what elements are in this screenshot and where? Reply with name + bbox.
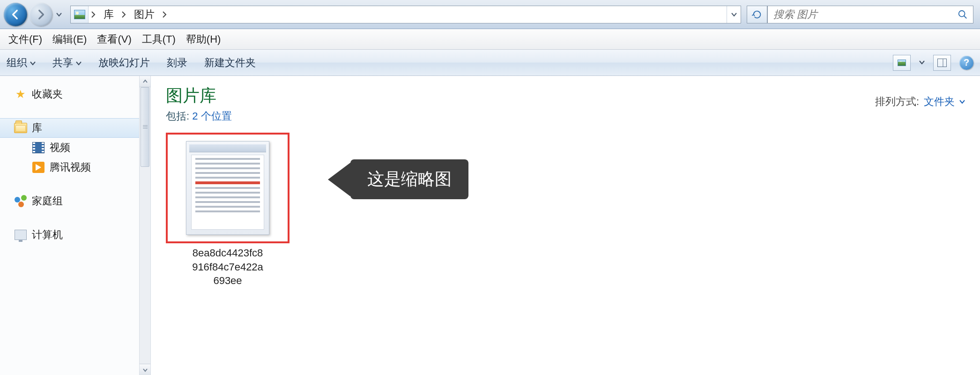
sidebar-libraries[interactable]: 库 — [0, 118, 150, 138]
breadcrumb-libraries[interactable]: 库 — [98, 6, 119, 23]
refresh-icon — [752, 9, 762, 20]
annotation-callout: 这是缩略图 — [328, 159, 468, 199]
share-button[interactable]: 共享 — [52, 56, 82, 70]
sidebar-videos[interactable]: 视频 — [0, 138, 150, 158]
file-name: 8ea8dc4423fc8 916f84c7e422a 693ee — [166, 246, 290, 288]
menu-help[interactable]: 帮助(H) — [186, 32, 221, 46]
scroll-down-button[interactable] — [140, 364, 150, 375]
tree-group-libraries: 库 视频 腾讯视频 — [0, 118, 150, 177]
chevron-down-icon — [76, 60, 82, 66]
preview-pane-button[interactable] — [933, 55, 951, 71]
arrow-left-icon — [9, 8, 22, 21]
library-includes: 包括: 2 个位置 — [166, 109, 232, 123]
nav-history-dropdown[interactable] — [54, 5, 64, 24]
scroll-thumb[interactable] — [141, 87, 149, 167]
tencent-video-label: 腾讯视频 — [50, 160, 91, 174]
sidebar: ★ 收藏夹 库 视频 腾讯视频 — [0, 76, 151, 375]
refresh-button[interactable] — [747, 6, 767, 23]
pane-icon — [937, 59, 947, 67]
menu-file[interactable]: 文件(F) — [8, 32, 42, 46]
includes-prefix: 包括: — [166, 110, 192, 122]
menu-view[interactable]: 查看(V) — [97, 32, 131, 46]
toolbar-right: ? — [893, 55, 973, 71]
sidebar-computer[interactable]: 计算机 — [0, 225, 150, 245]
share-label: 共享 — [52, 56, 73, 70]
breadcrumb-arrow-2[interactable] — [160, 6, 169, 23]
arrange-value[interactable]: 文件夹 — [924, 95, 955, 109]
main: ★ 收藏夹 库 视频 腾讯视频 — [0, 76, 980, 375]
svg-point-0 — [959, 10, 965, 16]
search-icon — [958, 9, 968, 20]
svg-rect-2 — [938, 59, 947, 67]
view-options-button[interactable] — [893, 55, 911, 71]
search-bar — [767, 6, 973, 23]
callout-arrow-icon — [328, 163, 350, 196]
breadcrumb-root-arrow[interactable] — [89, 6, 98, 23]
homegroup-label: 家庭组 — [32, 194, 63, 208]
burn-button[interactable]: 刻录 — [167, 56, 187, 70]
file-name-line2: 916f84c7e422a — [170, 260, 286, 274]
arrange-label: 排列方式: — [875, 95, 919, 109]
content-area: 图片库 包括: 2 个位置 排列方式: 文件夹 — [151, 76, 980, 375]
file-name-line1: 8ea8dc4423fc8 — [170, 246, 286, 260]
address-bar[interactable]: 库 图片 — [70, 6, 741, 23]
slideshow-button[interactable]: 放映幻灯片 — [98, 56, 150, 70]
sidebar-homegroup[interactable]: 家庭组 — [0, 191, 150, 211]
scroll-up-button[interactable] — [140, 76, 150, 87]
nav-buttons — [0, 3, 67, 26]
toolbar: 组织 共享 放映幻灯片 刻录 新建文件夹 ? — [0, 50, 980, 76]
sidebar-tencent-video[interactable]: 腾讯视频 — [0, 158, 150, 177]
libraries-icon — [14, 123, 27, 133]
back-button[interactable] — [4, 3, 27, 26]
file-item[interactable]: 8ea8dc4423fc8 916f84c7e422a 693ee — [166, 133, 290, 288]
address-right — [727, 6, 741, 23]
callout-text: 这是缩略图 — [350, 159, 468, 199]
menu-bar: 文件(F) 编辑(E) 查看(V) 工具(T) 帮助(H) — [0, 29, 980, 50]
arrow-right-icon — [35, 8, 47, 21]
videos-label: 视频 — [50, 141, 70, 155]
forward-button[interactable] — [29, 3, 52, 26]
items-grid: 8ea8dc4423fc8 916f84c7e422a 693ee — [166, 133, 965, 288]
chevron-down-icon — [919, 60, 925, 65]
thumbnails-icon — [898, 60, 906, 66]
libraries-label: 库 — [32, 121, 42, 135]
address-dropdown[interactable] — [727, 6, 741, 23]
breadcrumb-arrow-1[interactable] — [119, 6, 128, 23]
sidebar-favorites[interactable]: ★ 收藏夹 — [0, 84, 150, 104]
chevron-right-icon — [162, 11, 167, 18]
organize-button[interactable]: 组织 — [7, 56, 36, 70]
chevron-up-icon — [143, 79, 148, 84]
toolbar-left: 组织 共享 放映幻灯片 刻录 新建文件夹 — [7, 56, 256, 70]
pictures-icon — [74, 10, 85, 19]
nav-tree: ★ 收藏夹 库 视频 腾讯视频 — [0, 76, 150, 245]
videos-icon — [32, 142, 45, 153]
thumbnail-image — [186, 141, 269, 235]
sidebar-scrollbar[interactable] — [139, 76, 150, 375]
breadcrumb: 库 图片 — [89, 6, 169, 23]
tencent-video-icon — [32, 162, 45, 173]
new-folder-button[interactable]: 新建文件夹 — [204, 56, 256, 70]
star-icon: ★ — [14, 88, 27, 101]
tree-group-favorites: ★ 收藏夹 — [0, 84, 150, 104]
includes-link[interactable]: 2 个位置 — [192, 110, 231, 122]
tree-group-homegroup: 家庭组 — [0, 191, 150, 211]
file-name-line3: 693ee — [170, 274, 286, 288]
library-title: 图片库 — [166, 84, 232, 107]
tree-group-computer: 计算机 — [0, 225, 150, 245]
breadcrumb-pictures[interactable]: 图片 — [128, 6, 160, 23]
menu-edit[interactable]: 编辑(E) — [52, 32, 87, 46]
library-header: 图片库 包括: 2 个位置 排列方式: 文件夹 — [166, 84, 965, 123]
help-button[interactable]: ? — [959, 56, 973, 70]
help-icon: ? — [964, 57, 969, 68]
search-input[interactable] — [768, 8, 952, 21]
favorites-label: 收藏夹 — [32, 87, 63, 101]
chevron-down-icon — [30, 60, 36, 66]
chevron-down-icon — [143, 368, 148, 372]
computer-label: 计算机 — [32, 228, 63, 242]
view-dropdown[interactable] — [919, 59, 925, 67]
search-button[interactable] — [952, 6, 973, 23]
location-icon — [71, 6, 89, 23]
menu-tools[interactable]: 工具(T) — [142, 32, 176, 46]
computer-icon — [15, 230, 27, 240]
chevron-right-icon — [91, 11, 96, 18]
